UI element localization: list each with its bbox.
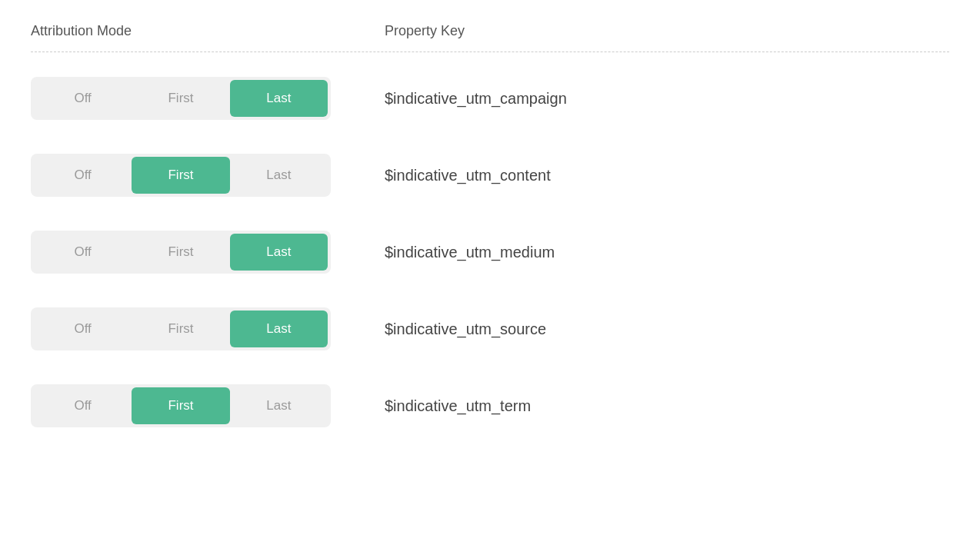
- mode-cell-utm_term: OffFirstLast: [31, 384, 385, 427]
- property-key-value-utm_campaign: $indicative_utm_campaign: [385, 90, 567, 107]
- toggle-last-utm_medium[interactable]: Last: [230, 234, 328, 271]
- header-row: Attribution Mode Property Key: [31, 23, 949, 52]
- toggle-last-utm_term[interactable]: Last: [230, 387, 328, 424]
- property-key-value-utm_term: $indicative_utm_term: [385, 397, 531, 414]
- property-key-cell-utm_medium: $indicative_utm_medium: [385, 244, 949, 261]
- property-key-cell-utm_term: $indicative_utm_term: [385, 397, 949, 415]
- toggle-first-utm_source[interactable]: First: [132, 311, 229, 347]
- property-key-cell-utm_campaign: $indicative_utm_campaign: [385, 90, 949, 108]
- toggle-off-utm_term[interactable]: Off: [34, 387, 132, 424]
- property-key-label: Property Key: [385, 23, 465, 38]
- toggle-off-utm_source[interactable]: Off: [34, 311, 132, 347]
- mode-cell-utm_medium: OffFirstLast: [31, 231, 385, 274]
- toggle-group-utm_source: OffFirstLast: [31, 307, 331, 350]
- property-key-value-utm_medium: $indicative_utm_medium: [385, 244, 555, 261]
- toggle-first-utm_medium[interactable]: First: [132, 234, 229, 271]
- toggle-last-utm_content[interactable]: Last: [230, 157, 328, 194]
- table-row: OffFirstLast$indicative_utm_content: [31, 137, 949, 214]
- property-key-value-utm_content: $indicative_utm_content: [385, 167, 551, 184]
- mode-cell-utm_source: OffFirstLast: [31, 307, 385, 350]
- table-row: OffFirstLast$indicative_utm_source: [31, 291, 949, 367]
- table-row: OffFirstLast$indicative_utm_campaign: [31, 60, 949, 137]
- attribution-mode-label: Attribution Mode: [31, 23, 132, 38]
- mode-cell-utm_content: OffFirstLast: [31, 154, 385, 197]
- toggle-group-utm_term: OffFirstLast: [31, 384, 331, 427]
- toggle-off-utm_campaign[interactable]: Off: [34, 80, 132, 117]
- table-row: OffFirstLast$indicative_utm_term: [31, 367, 949, 444]
- toggle-last-utm_source[interactable]: Last: [230, 311, 328, 347]
- mode-cell-utm_campaign: OffFirstLast: [31, 77, 385, 120]
- attribution-mode-header: Attribution Mode: [31, 23, 385, 39]
- toggle-group-utm_content: OffFirstLast: [31, 154, 331, 197]
- rows-container: OffFirstLast$indicative_utm_campaignOffF…: [31, 60, 949, 444]
- property-key-cell-utm_source: $indicative_utm_source: [385, 320, 949, 338]
- main-container: Attribution Mode Property Key OffFirstLa…: [0, 0, 980, 467]
- toggle-last-utm_campaign[interactable]: Last: [230, 80, 328, 117]
- toggle-first-utm_term[interactable]: First: [132, 387, 229, 424]
- toggle-first-utm_content[interactable]: First: [132, 157, 229, 194]
- property-key-cell-utm_content: $indicative_utm_content: [385, 167, 949, 184]
- toggle-group-utm_campaign: OffFirstLast: [31, 77, 331, 120]
- toggle-off-utm_content[interactable]: Off: [34, 157, 132, 194]
- toggle-off-utm_medium[interactable]: Off: [34, 234, 132, 271]
- toggle-first-utm_campaign[interactable]: First: [132, 80, 229, 117]
- property-key-header: Property Key: [385, 23, 949, 39]
- toggle-group-utm_medium: OffFirstLast: [31, 231, 331, 274]
- property-key-value-utm_source: $indicative_utm_source: [385, 320, 546, 337]
- table-row: OffFirstLast$indicative_utm_medium: [31, 214, 949, 291]
